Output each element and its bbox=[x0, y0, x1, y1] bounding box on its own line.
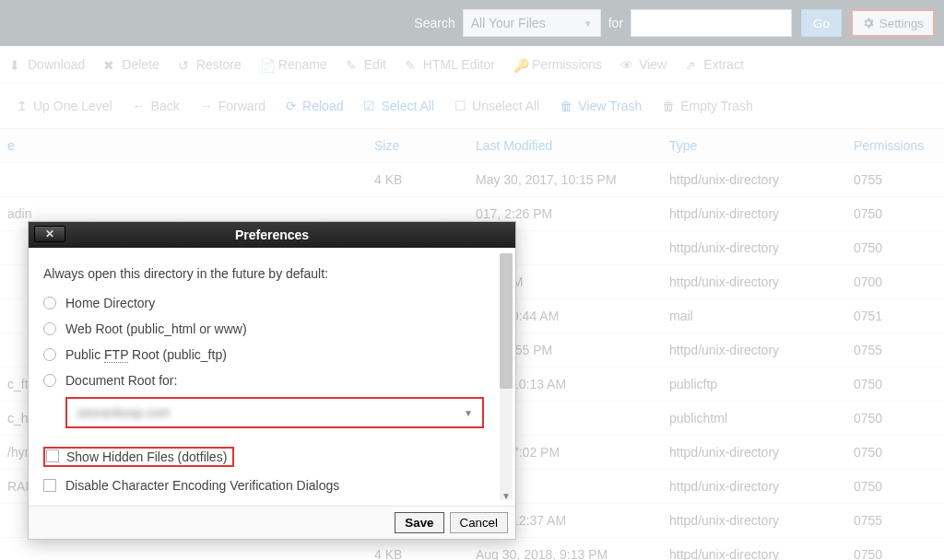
radio-home-directory[interactable]: Home Directory bbox=[43, 290, 482, 316]
view-trash-button[interactable]: 🗑View Trash bbox=[560, 99, 642, 113]
cell-type: httpd/unix-directory bbox=[662, 436, 846, 470]
chevron-down-icon: ▼ bbox=[584, 18, 593, 29]
cancel-button[interactable]: Cancel bbox=[450, 512, 509, 533]
html-icon: ✎ bbox=[405, 58, 418, 71]
cell-perm: 0750 bbox=[846, 402, 944, 436]
radio-document-root[interactable]: Document Root for: bbox=[43, 368, 482, 393]
file-icon: 📄 bbox=[260, 58, 273, 71]
html-editor-button[interactable]: ✎HTML Editor bbox=[405, 57, 495, 72]
checkbox-icon bbox=[43, 479, 56, 492]
cell-type: publichtml bbox=[662, 402, 846, 436]
extract-button[interactable]: ⇗Extract bbox=[685, 57, 744, 72]
cell-modified: May 30, 2017, 10:15 PM bbox=[468, 163, 662, 197]
edit-button[interactable]: ✎Edit bbox=[346, 57, 386, 72]
cell-modified: Aug 30, 2018, 9:13 PM bbox=[468, 538, 662, 561]
cell-perm: 0755 bbox=[846, 504, 944, 538]
cell-perm: 0750 bbox=[846, 231, 944, 265]
arrow-up-icon: ↥ bbox=[17, 99, 28, 113]
delete-button[interactable]: ✖Delete bbox=[103, 57, 159, 72]
modal-titlebar[interactable]: ✕ Preferences bbox=[29, 222, 515, 248]
disable-encoding-row[interactable]: Disable Character Encoding Verification … bbox=[43, 472, 482, 498]
modal-scrollbar[interactable]: ▲ ▼ bbox=[500, 253, 513, 500]
col-size[interactable]: Size bbox=[367, 129, 468, 163]
cell-type: httpd/unix-directory bbox=[662, 333, 846, 368]
empty-trash-button[interactable]: 🗑Empty Trash bbox=[662, 99, 753, 113]
restore-icon: ↺ bbox=[178, 58, 191, 71]
view-button[interactable]: 👁View bbox=[620, 57, 667, 72]
cell-type: publicftp bbox=[662, 368, 846, 402]
cell-type: httpd/unix-directory bbox=[662, 538, 846, 561]
search-scope-select[interactable]: All Your Files ▼ bbox=[463, 9, 601, 37]
radio-public-ftp-root[interactable]: Public FTP Root (public_ftp) bbox=[43, 342, 482, 368]
arrow-left-icon: ← bbox=[133, 99, 146, 113]
cell-perm: 0755 bbox=[846, 163, 944, 197]
top-search-bar: Search All Your Files ▼ for Go Settings bbox=[0, 0, 944, 46]
check-icon: ☑ bbox=[363, 99, 375, 113]
back-button[interactable]: ←Back bbox=[133, 99, 180, 113]
col-type[interactable]: Type bbox=[662, 129, 846, 163]
gear-icon bbox=[862, 17, 875, 29]
search-input[interactable] bbox=[631, 9, 792, 37]
table-row[interactable]: 4 KBMay 30, 2017, 10:15 PMhttpd/unix-dir… bbox=[0, 163, 944, 197]
preferences-modal: ✕ Preferences Always open this directory… bbox=[28, 221, 516, 540]
download-button[interactable]: ⬇Download bbox=[9, 57, 85, 72]
cell-perm: 0751 bbox=[846, 299, 944, 333]
go-button[interactable]: Go bbox=[801, 9, 842, 37]
scrollbar-thumb[interactable] bbox=[500, 253, 513, 389]
cell-perm: 0750 bbox=[846, 538, 944, 561]
permissions-button[interactable]: 🔑Permissions bbox=[513, 57, 602, 72]
scroll-down-icon[interactable]: ▼ bbox=[500, 489, 513, 502]
cell-type: httpd/unix-directory bbox=[662, 163, 846, 197]
cell-type: httpd/unix-directory bbox=[662, 504, 846, 538]
col-modified[interactable]: Last Modified bbox=[468, 129, 662, 163]
up-one-level-button[interactable]: ↥Up One Level bbox=[17, 99, 112, 113]
checkbox-icon bbox=[46, 449, 59, 462]
col-name[interactable]: e bbox=[0, 129, 367, 163]
select-all-button[interactable]: ☑Select All bbox=[363, 99, 434, 113]
extract-icon: ⇗ bbox=[685, 58, 698, 71]
modal-footer: Save Cancel bbox=[29, 506, 515, 539]
cell-type: httpd/unix-directory bbox=[662, 470, 846, 504]
actions-toolbar: ⬇Download ✖Delete ↺Restore 📄Rename ✎Edit… bbox=[0, 46, 944, 84]
save-button[interactable]: Save bbox=[395, 512, 443, 533]
nav-toolbar: ↥Up One Level ←Back →Forward ⟳Reload ☑Se… bbox=[0, 84, 944, 128]
cell-perm: 0750 bbox=[846, 368, 944, 402]
show-hidden-files-row[interactable]: Show Hidden Files (dotfiles) bbox=[43, 441, 482, 472]
radio-icon bbox=[43, 348, 56, 361]
restore-button[interactable]: ↺Restore bbox=[178, 57, 242, 72]
key-icon: 🔑 bbox=[513, 58, 526, 71]
eye-icon: 👁 bbox=[620, 58, 633, 71]
settings-label: Settings bbox=[879, 17, 924, 30]
table-row[interactable]: 4 KBAug 30, 2018, 9:13 PMhttpd/unix-dire… bbox=[0, 538, 944, 561]
for-label: for bbox=[608, 16, 623, 30]
document-root-value: seoranksxp.com bbox=[77, 405, 171, 420]
download-icon: ⬇ bbox=[9, 58, 22, 71]
rename-button[interactable]: 📄Rename bbox=[260, 57, 327, 72]
cell-perm: 0755 bbox=[846, 333, 944, 368]
reload-icon: ⟳ bbox=[286, 99, 297, 113]
table-header-row: e Size Last Modified Type Permissions bbox=[0, 129, 944, 163]
cell-size: 4 KB bbox=[367, 163, 468, 197]
radio-icon bbox=[43, 322, 56, 335]
cell-size: 4 KB bbox=[367, 538, 468, 561]
forward-button[interactable]: →Forward bbox=[200, 99, 266, 113]
settings-button[interactable]: Settings bbox=[851, 9, 935, 37]
lead-text: Always open this directory in the future… bbox=[43, 261, 482, 290]
search-scope-value: All Your Files bbox=[471, 16, 546, 30]
reload-button[interactable]: ⟳Reload bbox=[286, 99, 343, 113]
cell-type: httpd/unix-directory bbox=[662, 265, 846, 299]
close-icon: ✕ bbox=[45, 228, 54, 240]
document-root-select[interactable]: seoranksxp.com ▼ bbox=[65, 397, 484, 428]
trash-icon: 🗑 bbox=[662, 99, 675, 113]
unselect-all-button[interactable]: ☐Unselect All bbox=[454, 99, 539, 113]
cell-name bbox=[0, 538, 367, 561]
radio-icon bbox=[43, 297, 56, 309]
radio-web-root[interactable]: Web Root (public_html or www) bbox=[43, 316, 482, 342]
cell-perm: 0700 bbox=[846, 265, 944, 299]
trash-icon: 🗑 bbox=[560, 99, 572, 113]
show-hidden-files-label: Show Hidden Files (dotfiles) bbox=[66, 449, 227, 464]
pencil-icon: ✎ bbox=[346, 58, 359, 71]
close-button[interactable]: ✕ bbox=[34, 226, 65, 242]
cell-perm: 0750 bbox=[846, 436, 944, 470]
col-permissions[interactable]: Permissions bbox=[846, 129, 944, 163]
